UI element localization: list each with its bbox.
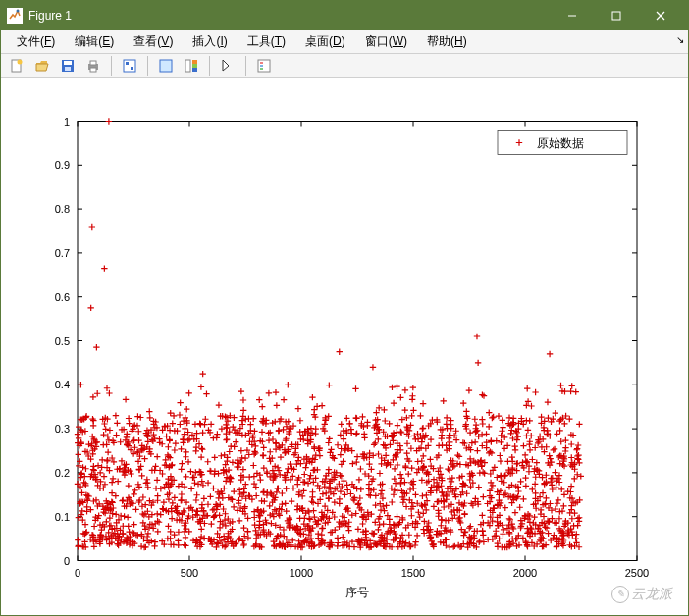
svg-point-1 xyxy=(17,10,20,13)
menu-edit[interactable]: 编辑(E) xyxy=(65,30,124,53)
svg-text:0.6: 0.6 xyxy=(55,291,70,303)
window-title: Figure 1 xyxy=(28,9,550,23)
svg-rect-18 xyxy=(186,60,190,72)
svg-text:序号: 序号 xyxy=(345,586,369,599)
undock-icon[interactable]: ↘ xyxy=(676,34,684,45)
svg-text:0.4: 0.4 xyxy=(55,379,70,390)
axes[interactable]: 0500100015002000250000.10.20.30.40.50.60… xyxy=(1,78,688,615)
close-button[interactable] xyxy=(638,1,682,30)
svg-text:原始数据: 原始数据 xyxy=(537,136,584,150)
menu-tools[interactable]: 工具(T) xyxy=(238,30,295,53)
svg-text:0.3: 0.3 xyxy=(55,423,70,435)
svg-text:0.2: 0.2 xyxy=(55,467,70,479)
svg-rect-22 xyxy=(258,60,270,72)
toolbar-separator xyxy=(147,56,148,76)
menu-file[interactable]: 文件(F) xyxy=(7,30,65,53)
svg-point-7 xyxy=(18,60,23,65)
minimize-button[interactable] xyxy=(550,1,594,30)
menu-insert[interactable]: 插入(I) xyxy=(183,30,237,53)
svg-rect-10 xyxy=(65,67,71,71)
svg-text:0.7: 0.7 xyxy=(55,247,70,259)
svg-text:2500: 2500 xyxy=(625,567,649,579)
maximize-button[interactable] xyxy=(594,1,638,30)
menu-window[interactable]: 窗口(W) xyxy=(355,30,417,53)
svg-text:0.9: 0.9 xyxy=(55,159,70,171)
svg-text:0: 0 xyxy=(64,555,70,567)
matlab-icon xyxy=(7,8,23,24)
svg-text:500: 500 xyxy=(181,567,198,579)
insert-colorbar-button[interactable] xyxy=(180,54,203,77)
svg-rect-17 xyxy=(160,60,172,72)
svg-rect-9 xyxy=(64,61,72,65)
menu-desktop[interactable]: 桌面(D) xyxy=(295,30,355,53)
toolbar xyxy=(1,54,688,78)
new-figure-button[interactable] xyxy=(5,54,28,77)
figure-window: Figure 1 文件(F) 编辑(E) 查看(V) 插入(I) 工具(T) 桌… xyxy=(0,0,689,616)
svg-rect-14 xyxy=(124,60,135,72)
save-button[interactable] xyxy=(56,54,80,77)
svg-rect-12 xyxy=(90,61,96,65)
svg-rect-20 xyxy=(192,64,197,68)
toolbar-separator xyxy=(209,56,210,76)
svg-rect-15 xyxy=(126,62,129,65)
insert-legend-button[interactable] xyxy=(252,54,276,77)
edit-plot-button[interactable] xyxy=(216,54,239,77)
svg-text:2000: 2000 xyxy=(513,567,537,579)
figure-area[interactable]: 0500100015002000250000.10.20.30.40.50.60… xyxy=(1,78,688,615)
svg-text:1500: 1500 xyxy=(401,567,425,579)
print-button[interactable] xyxy=(81,54,105,77)
svg-text:1: 1 xyxy=(64,116,70,128)
svg-text:0.5: 0.5 xyxy=(55,335,70,347)
svg-rect-26 xyxy=(78,122,637,561)
svg-text:0.1: 0.1 xyxy=(55,511,70,523)
menubar: 文件(F) 编辑(E) 查看(V) 插入(I) 工具(T) 桌面(D) 窗口(W… xyxy=(1,30,688,54)
toolbar-separator xyxy=(245,56,246,76)
toolbar-separator xyxy=(111,56,112,76)
svg-rect-16 xyxy=(131,67,133,70)
link-data-button[interactable] xyxy=(118,54,141,77)
svg-rect-13 xyxy=(90,68,96,72)
svg-rect-3 xyxy=(612,12,620,20)
svg-rect-21 xyxy=(192,68,197,72)
open-button[interactable] xyxy=(30,54,54,77)
svg-text:0.8: 0.8 xyxy=(55,203,70,215)
data-cursor-button[interactable] xyxy=(154,54,178,77)
svg-text:1000: 1000 xyxy=(290,567,313,579)
menu-view[interactable]: 查看(V) xyxy=(124,30,183,53)
svg-text:0: 0 xyxy=(75,567,80,579)
menu-help[interactable]: 帮助(H) xyxy=(417,30,477,53)
titlebar[interactable]: Figure 1 xyxy=(1,1,688,30)
